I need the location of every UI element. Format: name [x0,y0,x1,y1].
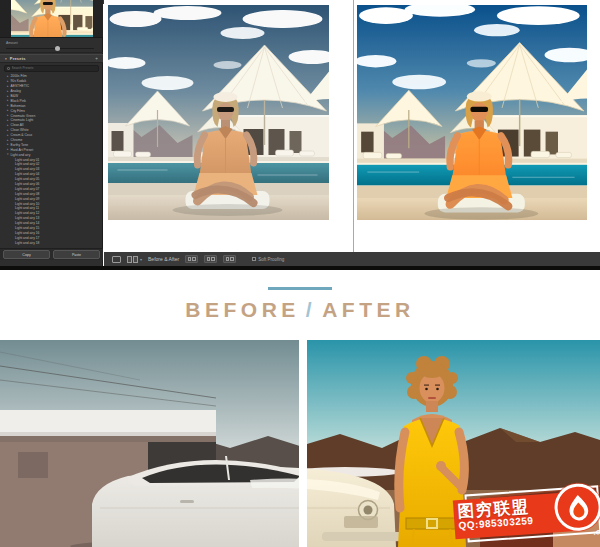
photo-divider-line [299,340,307,547]
preset-search-box[interactable] [4,65,99,72]
chevron-down-icon: ▾ [140,257,142,262]
preset-item-label: Light and airy 09 [15,197,39,201]
chevron-right-icon [7,104,9,107]
preset-item-label: Light and airy 10 [15,202,39,206]
preset-group-label: City Films [11,109,25,113]
add-preset-icon[interactable]: + [95,56,98,61]
preset-item-label: Light and airy 13 [15,216,39,220]
before-after-heading-section: BEFORE/AFTER [0,270,600,340]
chevron-down-icon [7,153,9,156]
accent-line [268,287,332,290]
amount-slider-block: Amount [0,39,103,53]
chevron-right-icon [7,90,9,93]
preset-item-label: Light and airy 04 [15,172,39,176]
before-after-view-icon[interactable]: ▾ [127,256,142,263]
preset-item-label: Light and airy 07 [15,187,39,191]
develop-toolbar: ▾ Before & After Soft Proofing [104,252,600,266]
preset-group-label: Bohemian [11,104,26,108]
chevron-right-icon [7,134,9,137]
preset-children: Light and airy 01 Light and airy 02 Ligh… [0,157,103,245]
amount-slider-knob[interactable] [55,46,60,51]
paste-button[interactable]: Paste [53,250,100,259]
chevron-right-icon [7,75,9,78]
watermark-url-suffix: .cn/ [593,527,600,537]
chevron-right-icon [7,99,9,102]
copy-after-to-before-button[interactable] [204,255,217,263]
preset-item-label: Light and airy 17 [15,236,39,240]
chevron-right-icon [7,114,9,117]
preset-item-label: Light and airy 01 [15,158,39,162]
presets-title: Presets [10,56,93,61]
preset-item-label: Light and airy 03 [15,167,39,171]
photo-before-half [0,340,299,547]
preset-groups: 2000s Film 90s Kodak AESTHETIC Analog B&… [0,74,103,152]
preset-group-label: Clean All [11,123,24,127]
soft-proofing-label: Soft Proofing [258,257,284,262]
preset-item-label: Light and airy 05 [15,177,39,181]
chevron-right-icon [7,95,9,98]
chevron-right-icon [7,129,9,132]
preset-item-label: Light and airy 18 [15,241,39,245]
chevron-down-icon: ▾ [5,57,7,61]
preset-group-label: Cinematic Green [11,114,36,118]
preset-group-label: Cream & Coco [11,133,33,137]
page-title: BEFORE/AFTER [185,298,414,322]
copy-before-to-after-button[interactable] [185,255,198,263]
chevron-right-icon [7,85,9,88]
amount-label: Amount [6,41,18,45]
preset-item-label: Light and airy 11 [15,206,39,210]
title-before: BEFORE [185,298,300,321]
copy-button[interactable]: Copy [3,250,50,259]
search-icon [7,67,10,70]
preset-item-label: Light and airy 02 [15,162,39,166]
preset-item-label: Light and airy 15 [15,226,39,230]
chevron-right-icon [7,124,9,127]
window-seam-line [353,0,354,266]
preset-group-label: Cinematic Light [11,118,34,122]
preset-list: 2000s Film 90s Kodak AESTHETIC Analog B&… [0,74,103,246]
chevron-right-icon [7,148,9,151]
chevron-right-icon [7,139,9,142]
preset-group-label: Earthy Tone [11,143,29,147]
title-separator: / [306,298,316,321]
preset-group-label: Chrome [11,138,23,142]
preset-item-row[interactable]: Light and airy 18 [0,240,103,245]
preset-item-label: Light and airy 14 [15,221,39,225]
chevron-right-icon [7,109,9,112]
preset-item-label: Light and airy 12 [15,211,39,215]
preset-item-label: Light and airy 06 [15,182,39,186]
presets-panel: Amount ▾ Presets + 2000s Film [0,0,103,266]
swap-before-after-button[interactable] [223,255,236,263]
chevron-right-icon [7,119,9,122]
preset-group-label: 90s Kodak [11,79,27,83]
preset-item-label: Light and airy 08 [15,192,39,196]
watermark: 图穷联盟 QQ:985303259 .cn/ [454,481,600,547]
lightroom-screenshot: ▾ Before & After Soft Proofing Amount [0,0,600,270]
preset-group-label: B&W [11,94,19,98]
title-after: AFTER [322,298,415,321]
develop-before-image [108,5,329,220]
view-mode-label: Before & After [148,256,179,262]
preset-group-label: 2000s Film [11,74,27,78]
preset-item-label: Light and airy 16 [15,231,39,235]
preset-group-label: Black Pink [11,99,26,103]
navigator-thumbnail [0,0,103,38]
preset-group-label: Analog [11,89,21,93]
loupe-view-icon[interactable] [112,256,121,263]
preset-group-label: Hard Art Preset [11,148,34,152]
develop-after-image [357,5,587,220]
panel-button-bar: Copy Paste [0,248,103,260]
lightroom-canvas: ▾ Before & After Soft Proofing [104,0,600,266]
amount-slider-track[interactable] [6,48,94,50]
chevron-right-icon [7,80,9,83]
preset-group-label: AESTHETIC [11,84,30,88]
preset-search-input[interactable] [12,66,97,70]
preset-group-label: Clean White [11,128,29,132]
comparison-photo: 图穷联盟 QQ:985303259 .cn/ [0,340,600,547]
checkbox-icon [252,257,256,261]
soft-proofing-toggle[interactable]: Soft Proofing [252,257,284,262]
presets-panel-header[interactable]: ▾ Presets + [0,54,103,63]
page: ▾ Before & After Soft Proofing Amount [0,0,600,547]
preset-group-label: Light and airy [11,153,31,157]
chevron-right-icon [7,143,9,146]
